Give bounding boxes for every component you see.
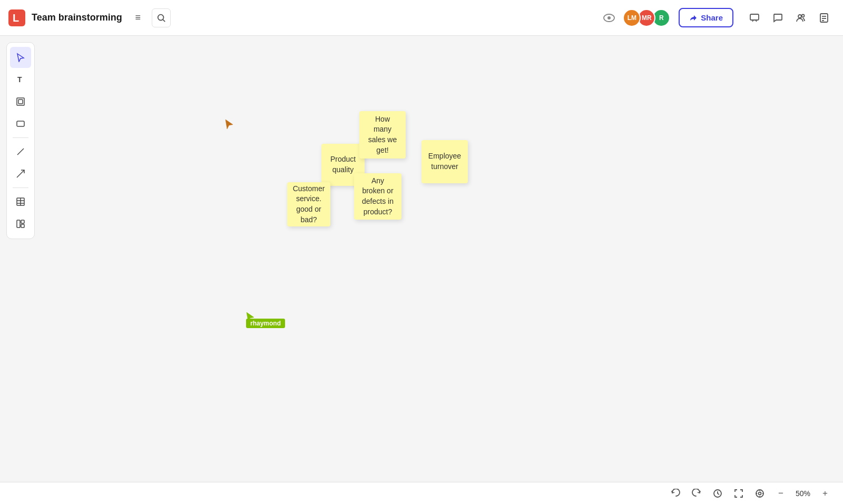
svg-rect-6 bbox=[750, 14, 759, 20]
bottom-toolbar: − 50% + bbox=[0, 482, 843, 504]
menu-button[interactable]: ≡ bbox=[129, 8, 148, 27]
text-tool[interactable]: T bbox=[10, 69, 31, 90]
table-tool[interactable] bbox=[10, 191, 31, 212]
cursor-label: rhaymond bbox=[246, 319, 285, 328]
toolbar-divider-1 bbox=[13, 137, 28, 138]
svg-rect-24 bbox=[21, 220, 24, 223]
document-title: Team brainstorming bbox=[32, 12, 122, 23]
share-button[interactable]: Share bbox=[679, 8, 733, 27]
svg-point-2 bbox=[158, 14, 163, 20]
redo-button[interactable] bbox=[687, 485, 706, 502]
collaborators-avatars: LM MR R bbox=[623, 9, 670, 27]
canvas[interactable]: Product quality How many sales we get! E… bbox=[0, 36, 843, 482]
search-button[interactable] bbox=[152, 8, 171, 27]
layout-tool[interactable] bbox=[10, 213, 31, 234]
svg-rect-14 bbox=[17, 98, 24, 105]
users-button[interactable] bbox=[790, 7, 811, 28]
zoom-in-button[interactable]: + bbox=[816, 485, 835, 502]
sticky-note-how-many-sales[interactable]: How many sales we get! bbox=[359, 111, 406, 159]
frame-tool[interactable] bbox=[10, 91, 31, 112]
svg-line-3 bbox=[163, 19, 165, 22]
header: L Team brainstorming ≡ LM MR R Share bbox=[0, 0, 843, 36]
cursor-green-icon bbox=[245, 312, 256, 324]
avatar-lm[interactable]: LM bbox=[623, 9, 641, 27]
svg-rect-23 bbox=[17, 220, 20, 228]
toolbar-divider-2 bbox=[13, 187, 28, 188]
shape-tool[interactable] bbox=[10, 113, 31, 134]
notes-button[interactable] bbox=[813, 7, 835, 28]
svg-text:L: L bbox=[13, 12, 19, 24]
zoom-out-button[interactable]: − bbox=[771, 485, 790, 502]
svg-point-8 bbox=[802, 14, 805, 17]
zoom-level: 50% bbox=[792, 489, 813, 498]
left-toolbar: T bbox=[6, 42, 35, 239]
observers-eye-icon bbox=[600, 8, 619, 27]
svg-rect-16 bbox=[17, 121, 24, 126]
select-tool[interactable] bbox=[10, 47, 31, 68]
svg-point-28 bbox=[759, 492, 761, 495]
svg-point-27 bbox=[756, 490, 763, 497]
sticky-note-broken-defects[interactable]: Any broken or defects in product? bbox=[354, 173, 401, 220]
svg-rect-15 bbox=[18, 100, 23, 104]
pen-tool[interactable] bbox=[10, 141, 31, 162]
undo-button[interactable] bbox=[666, 485, 685, 502]
history-button[interactable] bbox=[708, 485, 727, 502]
svg-point-5 bbox=[607, 16, 611, 19]
svg-text:T: T bbox=[17, 75, 22, 84]
svg-rect-25 bbox=[21, 224, 24, 228]
location-button[interactable] bbox=[750, 485, 769, 502]
logo-icon: L bbox=[8, 9, 25, 26]
chat-button[interactable] bbox=[744, 7, 765, 28]
connector-tool[interactable] bbox=[10, 163, 31, 184]
svg-point-7 bbox=[798, 15, 801, 18]
cursor-arrow-icon bbox=[224, 119, 234, 132]
sticky-note-employee-turnover[interactable]: Employee turnover bbox=[422, 140, 468, 183]
comment-button[interactable] bbox=[767, 7, 788, 28]
svg-line-18 bbox=[17, 170, 24, 177]
sticky-note-customer-service[interactable]: Customer service. good or bad? bbox=[287, 182, 330, 226]
fullscreen-button[interactable] bbox=[729, 485, 748, 502]
svg-line-17 bbox=[17, 149, 24, 155]
